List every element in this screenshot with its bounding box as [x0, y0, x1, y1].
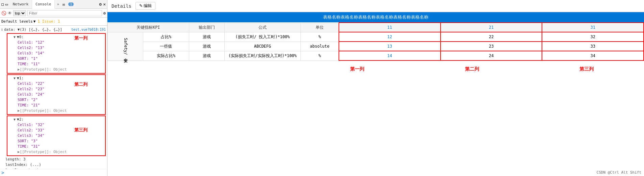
chevron-down-icon: ▼	[33, 19, 36, 24]
csdn-watermark: CSDN @Ctrl Alt Shift	[597, 170, 641, 175]
th-unit: 单位	[301, 23, 339, 32]
details-title: Details	[112, 3, 131, 9]
item2-sort: SORT: "3"	[8, 139, 104, 144]
devtools-icon-device[interactable]: ▭	[5, 2, 8, 7]
item0-index: ▼ ▼0:	[8, 34, 104, 40]
item1-sort: SORT: "2"	[8, 97, 104, 103]
row3-formula: (实际损失工时/实际投入工时)*100%	[224, 51, 301, 60]
tab-network[interactable]: Network	[9, 0, 32, 9]
edit-button[interactable]: ✎ 编辑	[135, 2, 155, 10]
filter-toolbar: 🚫 👁 top ⚙	[0, 9, 107, 18]
item1-cells1: Cells1: "22"	[8, 81, 104, 86]
row2-dept: 游戏	[189, 42, 224, 51]
table-header-row: 关键指标KPI 输出部门 公式 单位 11 21 31	[108, 23, 644, 32]
row1-col1: 12	[339, 32, 441, 42]
table-row-3: 实际占比% 游戏 (实际损失工时/实际投入工时)*100% % 14 24 34	[108, 51, 644, 60]
row3-col2: 24	[441, 51, 542, 60]
settings-icon[interactable]: ⚙	[99, 2, 102, 7]
item2-time: TIME: "31"	[8, 144, 104, 149]
issues-badge: 1 Issue: 1	[38, 19, 60, 24]
item1-time: TIME: "21"	[8, 103, 104, 108]
tab-bar: ◻ ▭ Network Console » ✉ 1 ⚙ ✕	[0, 0, 107, 9]
item0-time: TIME: "11"	[8, 61, 104, 67]
devtools-icon-inspect[interactable]: ◻	[1, 2, 4, 7]
item1-block: ▼ ▼1: Cells1: "22" Cells2: "23" Cells3: …	[7, 74, 106, 115]
item2-block: ▼ ▼2: Cells1: "32" Cells2: "33" Cells3: …	[7, 116, 106, 156]
row2-kpi: 一些值	[143, 42, 189, 51]
item2-cells2: Cells2: "33"	[8, 128, 104, 133]
row3-unit: %	[301, 51, 339, 60]
item0-sort: SORT: "1"	[8, 56, 104, 61]
table-row-2: 一些值 游戏 ABCDEFG absolute 13 23 33	[108, 42, 644, 51]
item0-cells2: Cells2: "13"	[8, 45, 104, 51]
th-col1: 11	[339, 23, 441, 32]
console-line-data: ℹ data: ▼(3) [{…}, {…}, {…}] test.vue?b0…	[0, 27, 107, 32]
th-kpi: 关键指标KPI	[108, 23, 189, 32]
row1-formula: (损失工时/ 投入工时)*100%	[224, 32, 301, 42]
item2-proto: ▶[[Prototype]]: Object	[8, 149, 104, 155]
annotation-area: 第一列 第二列 第三列	[107, 64, 644, 75]
row2-col1: 13	[339, 42, 441, 51]
tab-more[interactable]: »	[55, 2, 61, 6]
filter-input[interactable]	[27, 10, 102, 16]
th-col3: 31	[542, 23, 644, 32]
filter-settings-icon[interactable]: ⚙	[103, 11, 106, 16]
col3-annotation: 第三列	[579, 66, 594, 72]
console-output[interactable]: ℹ data: ▼(3) [{…}, {…}, {…}] test.vue?b0…	[0, 26, 107, 169]
item0-proto: ▶[[Prototype]]: Object	[8, 67, 104, 72]
lastindex-line: lastIndex: (...)	[0, 162, 107, 168]
row1-dept: 游戏	[189, 32, 224, 42]
annotation-col2: 第二列	[74, 81, 88, 87]
table-title-bar: 表格名称表格名称表格名称表格名称表格名称表格名称	[107, 12, 644, 22]
table-title: 表格名称表格名称表格名称表格名称表格名称表格名称	[323, 15, 428, 20]
row1-col3: 32	[542, 32, 644, 42]
row2-col2: 23	[441, 42, 542, 51]
default-levels-dropdown[interactable]: Default levels ▼	[1, 19, 35, 24]
table-row-1: Safety/安全 占比% 游戏 (损失工时/ 投入工时)*100% % 12 …	[108, 32, 644, 42]
row1-unit: %	[301, 32, 339, 42]
item2-index: ▼ ▼2:	[8, 117, 104, 122]
clear-icon[interactable]: 🚫	[1, 11, 6, 16]
lastitem-line: lastItem: (...)	[0, 168, 107, 169]
col1-annotation: 第一列	[350, 66, 364, 72]
item1-cells3: Cells3: "24"	[8, 92, 104, 97]
item0-cells3: Cells3: "14"	[8, 51, 104, 56]
levels-label: Default levels	[1, 19, 33, 24]
devtools-panel: ◻ ▭ Network Console » ✉ 1 ⚙ ✕ 🚫 👁 top ⚙ …	[0, 0, 107, 176]
details-footer: CSDN @Ctrl Alt Shift	[107, 75, 644, 176]
item0-cells1: Cells1: "12"	[8, 40, 104, 45]
row3-col1: 14	[339, 51, 441, 60]
data-table: 关键指标KPI 输出部门 公式 单位 11 21 31 Safety/安全 占比…	[107, 22, 644, 61]
row1-kpi: 占比%	[143, 32, 189, 42]
row3-kpi: 实际占比%	[143, 51, 189, 60]
top-selector[interactable]: top	[13, 10, 26, 16]
row1-col2: 22	[441, 32, 542, 42]
tab-console[interactable]: Console	[32, 0, 55, 9]
th-dept: 输出部门	[189, 23, 224, 32]
item1-proto: ▶[[Prototype]]: Object	[8, 108, 104, 114]
levels-bar: Default levels ▼ 1 Issue: 1	[0, 18, 107, 26]
details-header: Details ✎ 编辑	[107, 0, 644, 12]
message-badge: 1	[68, 2, 74, 6]
item0-block: ▼ ▼0: Cells1: "12" Cells2: "13" Cells3: …	[7, 33, 106, 74]
row3-dept: 游戏	[189, 51, 224, 60]
item2-cells3: Cells3: "34"	[8, 133, 104, 139]
item2-cells1: Cells1: "32"	[8, 122, 104, 128]
item1-index: ▼ ▼1:	[8, 76, 104, 81]
row2-col3: 33	[542, 42, 644, 51]
message-icon: ✉	[63, 2, 65, 7]
th-col2: 21	[441, 23, 542, 32]
col2-annotation: 第二列	[465, 66, 479, 72]
annotation-col1: 第一列	[74, 35, 88, 41]
details-panel: Details ✎ 编辑 表格名称表格名称表格名称表格名称表格名称表格名称 关键…	[107, 0, 644, 176]
length-line: length: 3	[0, 157, 107, 162]
row2-formula: ABCDEFG	[224, 42, 301, 51]
th-formula: 公式	[224, 23, 301, 32]
row3-col3: 34	[542, 51, 644, 60]
close-icon[interactable]: ✕	[103, 2, 106, 7]
prompt-icon: >	[1, 170, 4, 175]
annotation-col3: 第三列	[74, 127, 88, 133]
eye-icon[interactable]: 👁	[8, 11, 12, 16]
category-cell: Safety/安全	[108, 32, 143, 60]
console-prompt-bar: >	[0, 169, 107, 176]
